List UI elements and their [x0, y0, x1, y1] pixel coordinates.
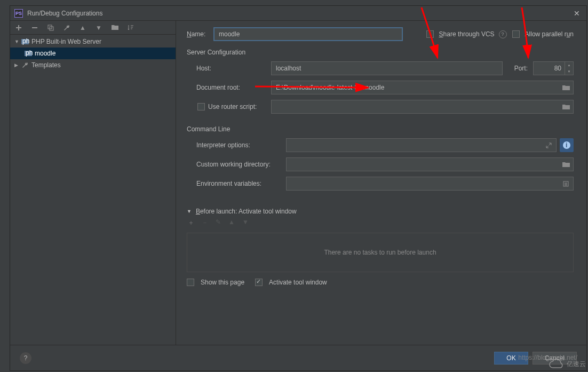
up-icon[interactable]: ▲ — [78, 23, 87, 32]
env-label: Environment variables: — [196, 180, 286, 187]
activate-tool-label: Activate tool window — [269, 279, 327, 286]
docroot-label: Document root: — [196, 84, 271, 91]
env-input[interactable] — [286, 177, 559, 191]
router-checkbox[interactable] — [197, 103, 205, 110]
router-input[interactable] — [271, 100, 559, 114]
show-page-label: Show this page — [201, 279, 244, 286]
cwd-label: Custom working directory: — [196, 161, 286, 168]
wrench-icon[interactable] — [62, 23, 71, 32]
parallel-label: Allow parallel run — [525, 30, 574, 38]
dialog-body: ▲ ▼ ▼ php PHP Built-in Web Server php mo… — [10, 21, 586, 345]
browse-icon[interactable] — [559, 81, 574, 94]
expand-icon: ▶ — [14, 62, 20, 68]
collapse-icon: ▼ — [187, 209, 192, 214]
main-panel: Name: Share through VCS ? Allow parallel… — [176, 21, 586, 345]
router-label: Use router script: — [208, 103, 271, 110]
host-input[interactable] — [271, 61, 503, 75]
port-spinner[interactable]: ▲▼ — [565, 61, 574, 75]
dialog-footer: ? OK Cancel — [10, 345, 586, 370]
remove-icon[interactable] — [30, 23, 39, 32]
down-icon[interactable]: ▼ — [94, 23, 103, 32]
interpopt-label: Interpreter options: — [196, 141, 286, 149]
down-icon: ▼ — [242, 218, 249, 227]
copy-icon[interactable] — [46, 23, 55, 32]
help-icon[interactable]: ? — [499, 30, 507, 38]
folder-icon[interactable] — [110, 23, 119, 32]
dialog-window: PS Run/Debug Configurations ✕ ▲ ▼ ▼ php … — [10, 5, 587, 371]
remove-icon: － — [202, 218, 208, 227]
tree-node-templates[interactable]: ▶ Templates — [10, 59, 176, 71]
browse-icon[interactable] — [559, 100, 574, 114]
svg-text:php: php — [22, 38, 29, 45]
show-page-checkbox[interactable] — [187, 279, 194, 286]
svg-text:i: i — [566, 141, 567, 149]
activate-tool-checkbox[interactable] — [255, 279, 263, 286]
cwd-input[interactable] — [286, 157, 559, 171]
add-icon[interactable]: ＋ — [188, 218, 194, 227]
parallel-option[interactable]: Allow parallel run — [512, 30, 574, 38]
wrench-icon — [21, 62, 29, 69]
empty-text: There are no tasks to run before launch — [324, 249, 436, 256]
before-launch-header[interactable]: ▼ Before launch: Activate tool window — [187, 208, 574, 215]
tree-label: Templates — [31, 61, 61, 69]
titlebar: PS Run/Debug Configurations ✕ — [10, 6, 586, 21]
checkbox-icon[interactable] — [512, 30, 520, 38]
watermark-text: 亿速云 — [567, 360, 586, 369]
name-label: Name: — [187, 30, 213, 38]
php-file-icon: php — [21, 38, 29, 45]
before-launch-toolbar: ＋ － ✎ ▲ ▼ — [187, 215, 574, 231]
tree-node-php-server[interactable]: ▼ php PHP Built-in Web Server — [10, 36, 176, 48]
svg-rect-1 — [16, 27, 21, 28]
before-launch-list: There are no tasks to run before launch — [187, 233, 574, 272]
list-icon[interactable] — [559, 177, 574, 191]
svg-rect-2 — [32, 27, 37, 28]
share-option[interactable]: Share through VCS ? — [426, 30, 512, 38]
server-config-title: Server Configuration — [187, 49, 574, 56]
port-label: Port: — [514, 65, 528, 72]
host-label: Host: — [196, 65, 271, 72]
docroot-input[interactable] — [271, 81, 559, 94]
port-input[interactable] — [533, 61, 565, 75]
sort-icon[interactable] — [126, 23, 135, 32]
brand-watermark: 亿速云 — [549, 358, 586, 370]
tree-node-moodle[interactable]: php moodle — [10, 48, 176, 59]
window-title: Run/Debug Configurations — [27, 10, 102, 17]
svg-text:php: php — [26, 50, 33, 57]
share-label: Share through VCS — [439, 30, 495, 38]
app-icon: PS — [14, 9, 23, 18]
collapse-icon: ▼ — [14, 39, 20, 44]
add-icon[interactable] — [14, 23, 23, 32]
cloud-icon — [549, 358, 563, 370]
cmdline-title: Command Line — [187, 125, 574, 133]
php-file-icon: php — [24, 50, 33, 57]
sidebar: ▲ ▼ ▼ php PHP Built-in Web Server php mo… — [10, 21, 176, 345]
before-launch-label: Before launch: Activate tool window — [196, 208, 297, 215]
tree-label: moodle — [35, 50, 55, 57]
name-row: Name: Share through VCS ? Allow parallel… — [187, 27, 574, 41]
edit-icon: ✎ — [216, 218, 221, 227]
help-icon[interactable]: ? — [20, 352, 31, 364]
close-icon[interactable]: ✕ — [571, 7, 582, 20]
info-icon[interactable]: i — [560, 138, 574, 152]
tree-label: PHP Built-in Web Server — [31, 38, 101, 45]
sidebar-toolbar: ▲ ▼ — [10, 21, 176, 35]
config-tree: ▼ php PHP Built-in Web Server php moodle… — [10, 35, 176, 345]
checkbox-icon[interactable] — [426, 30, 434, 38]
expand-icon[interactable] — [542, 138, 557, 152]
up-icon: ▲ — [228, 218, 235, 227]
browse-icon[interactable] — [559, 157, 574, 171]
interpopt-input[interactable] — [286, 138, 542, 152]
name-input[interactable] — [213, 27, 403, 41]
